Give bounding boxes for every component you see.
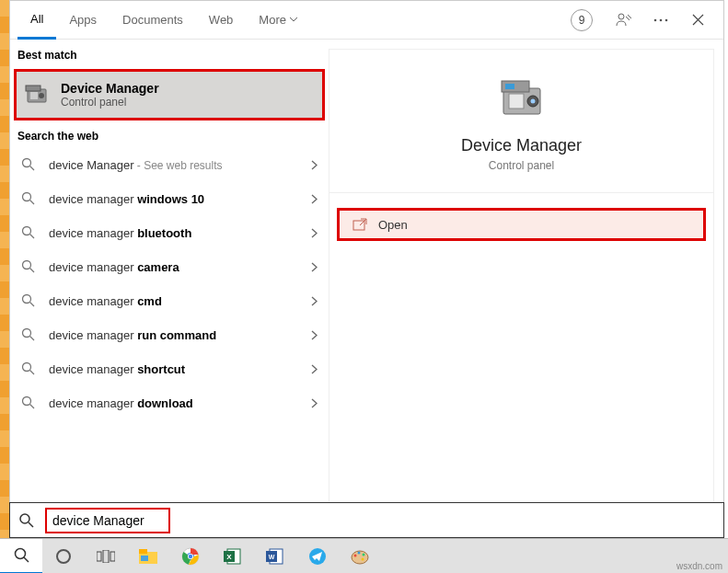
search-icon — [10, 513, 43, 528]
taskbar-chrome-icon[interactable] — [169, 539, 212, 574]
svg-point-24 — [15, 549, 25, 559]
more-options-icon[interactable] — [652, 11, 670, 29]
preview-subtitle: Control panel — [329, 159, 713, 172]
web-result-item[interactable]: device manager download — [10, 386, 329, 420]
web-result-text: device manager cmd — [49, 294, 311, 308]
chevron-right-icon[interactable] — [311, 262, 318, 272]
chevron-right-icon[interactable] — [311, 194, 318, 204]
svg-rect-30 — [139, 549, 147, 554]
svg-text:W: W — [269, 554, 275, 560]
svg-rect-28 — [110, 552, 115, 561]
web-result-item[interactable]: device manager camera — [10, 250, 329, 284]
taskbar-telegram-icon[interactable] — [296, 539, 339, 574]
chevron-right-icon[interactable] — [311, 296, 318, 306]
tab-web[interactable]: Web — [196, 1, 247, 40]
chevron-right-icon[interactable] — [311, 160, 318, 170]
search-bar[interactable] — [9, 502, 724, 538]
chevron-right-icon[interactable] — [311, 228, 318, 238]
web-results-list: device Manager - See web results device … — [10, 148, 329, 420]
search-icon — [21, 191, 38, 208]
svg-point-3 — [665, 18, 668, 21]
web-result-item[interactable]: device manager shortcut — [10, 352, 329, 386]
open-icon — [352, 218, 367, 231]
tab-more[interactable]: More — [246, 1, 310, 40]
svg-point-44 — [354, 554, 357, 556]
svg-rect-21 — [505, 84, 514, 89]
search-input[interactable] — [52, 513, 163, 528]
svg-rect-26 — [97, 552, 101, 561]
web-result-item[interactable]: device manager bluetooth — [10, 216, 329, 250]
tab-apps[interactable]: Apps — [56, 1, 110, 40]
taskbar-taskview-icon[interactable] — [85, 539, 127, 574]
chevron-right-icon[interactable] — [311, 364, 318, 374]
web-result-text: device manager bluetooth — [49, 226, 311, 240]
taskbar-explorer-icon[interactable] — [127, 539, 169, 574]
best-match-subtitle: Control panel — [61, 96, 159, 109]
best-match-title: Device Manager — [61, 81, 159, 96]
svg-rect-5 — [30, 92, 38, 99]
search-icon — [21, 361, 38, 378]
web-result-text: device manager download — [49, 396, 311, 410]
chevron-right-icon[interactable] — [311, 398, 318, 408]
svg-point-6 — [39, 93, 44, 98]
svg-rect-27 — [103, 550, 109, 563]
left-edge-decoration — [0, 0, 9, 538]
results-column: Best match Device Manager Control panel … — [10, 40, 329, 537]
web-result-text: device manager windows 10 — [49, 192, 311, 206]
best-match-text: Device Manager Control panel — [61, 81, 159, 109]
chevron-down-icon — [290, 17, 297, 22]
svg-point-8 — [23, 158, 31, 166]
taskbar-excel-icon[interactable]: X — [212, 539, 254, 574]
svg-point-15 — [23, 396, 31, 405]
svg-point-0 — [618, 14, 624, 19]
svg-point-23 — [20, 514, 29, 523]
svg-rect-17 — [509, 94, 524, 109]
tab-more-label: More — [259, 13, 286, 27]
search-icon — [21, 225, 38, 242]
svg-point-10 — [23, 226, 31, 235]
preview-device-manager-icon — [496, 72, 548, 123]
watermark: wsxdn.com — [676, 561, 722, 571]
search-panel: All Apps Documents Web More 9 Best match — [9, 0, 724, 538]
open-action[interactable]: Open — [337, 208, 706, 241]
feedback-icon[interactable] — [615, 11, 633, 29]
web-result-text: device Manager - See web results — [49, 158, 311, 172]
svg-point-14 — [23, 362, 31, 371]
svg-point-35 — [189, 554, 192, 557]
svg-point-45 — [358, 551, 361, 554]
taskbar-word-icon[interactable]: W — [254, 539, 296, 574]
rewards-badge[interactable]: 9 — [571, 9, 593, 31]
svg-point-11 — [23, 260, 31, 269]
preview-title: Device Manager — [329, 136, 713, 155]
svg-point-46 — [363, 553, 365, 556]
svg-point-25 — [57, 550, 70, 563]
web-result-item[interactable]: device manager run command — [10, 318, 329, 352]
best-match-item[interactable]: Device Manager Control panel — [14, 69, 325, 120]
search-web-header: Search the web — [10, 120, 329, 148]
svg-point-9 — [23, 192, 31, 201]
taskbar-search-button[interactable] — [0, 539, 42, 574]
tab-documents[interactable]: Documents — [110, 1, 196, 40]
svg-rect-31 — [141, 556, 148, 561]
svg-point-13 — [23, 328, 31, 337]
web-result-text: device manager camera — [49, 260, 311, 274]
best-match-header: Best match — [10, 40, 329, 67]
taskbar-cortana-icon[interactable] — [42, 539, 85, 574]
web-result-item[interactable]: device manager windows 10 — [10, 182, 329, 216]
chevron-right-icon[interactable] — [311, 330, 318, 340]
search-text-highlight — [45, 508, 170, 533]
search-icon — [21, 293, 38, 310]
tab-all[interactable]: All — [17, 1, 56, 40]
svg-text:X: X — [226, 553, 232, 561]
web-result-item[interactable]: device Manager - See web results — [10, 148, 329, 182]
close-icon[interactable] — [688, 11, 707, 29]
search-icon — [21, 395, 38, 412]
taskbar-paint-icon[interactable] — [339, 539, 381, 574]
svg-point-2 — [660, 18, 663, 21]
preview-divider — [329, 192, 713, 193]
search-icon — [21, 157, 38, 174]
open-label: Open — [378, 218, 408, 232]
taskbar: X W — [0, 538, 728, 573]
web-result-item[interactable]: device manager cmd — [10, 284, 329, 318]
svg-rect-7 — [26, 86, 40, 91]
